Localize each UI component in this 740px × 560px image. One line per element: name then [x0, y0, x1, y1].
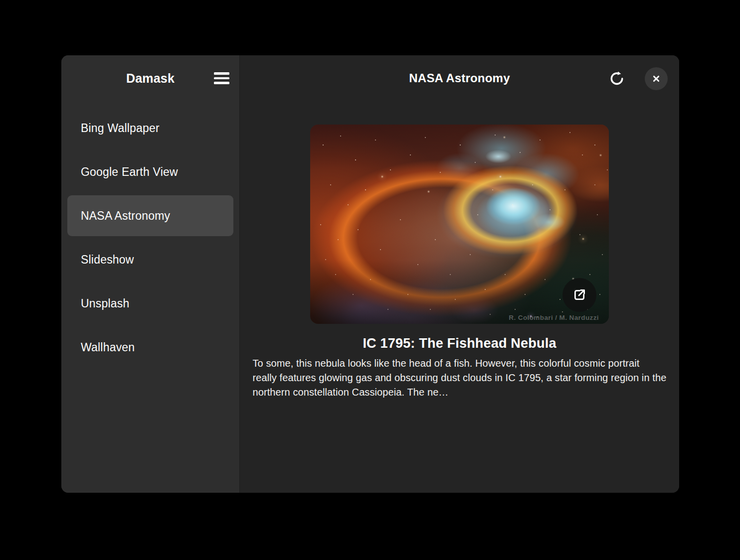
- menu-button[interactable]: [210, 67, 232, 89]
- open-external-button[interactable]: [562, 278, 596, 312]
- sidebar: Damask Bing Wallpaper Google Earth View …: [61, 55, 240, 493]
- refresh-button[interactable]: [606, 67, 628, 89]
- header-bar: NASA Astronomy: [240, 55, 679, 101]
- bright-stars: [310, 125, 312, 126]
- external-link-icon: [571, 287, 587, 303]
- sidebar-item-wallhaven[interactable]: Wallhaven: [67, 327, 233, 368]
- wallpaper-preview: R. Colombari / M. Narduzzi: [310, 125, 609, 324]
- damask-window: Damask Bing Wallpaper Google Earth View …: [61, 55, 679, 493]
- hamburger-icon: [214, 72, 229, 84]
- app-title: Damask: [126, 71, 175, 86]
- image-description: To some, this nebula looks like the head…: [253, 356, 667, 400]
- sidebar-nav: Bing Wallpaper Google Earth View NASA As…: [61, 101, 239, 368]
- sidebar-item-google-earth-view[interactable]: Google Earth View: [67, 151, 233, 192]
- sidebar-item-unsplash[interactable]: Unsplash: [67, 283, 233, 324]
- close-icon: [651, 73, 662, 84]
- image-title: IC 1795: The Fishhead Nebula: [363, 336, 556, 351]
- sidebar-item-slideshow[interactable]: Slideshow: [67, 239, 233, 280]
- main-panel: NASA Astronomy: [240, 55, 679, 493]
- sidebar-item-nasa-astronomy[interactable]: NASA Astronomy: [67, 195, 233, 236]
- refresh-icon: [608, 70, 625, 87]
- image-credit: R. Colombari / M. Narduzzi: [509, 314, 599, 321]
- sidebar-item-bing-wallpaper[interactable]: Bing Wallpaper: [67, 108, 233, 148]
- desktop-background: Damask Bing Wallpaper Google Earth View …: [0, 0, 740, 560]
- close-button[interactable]: [645, 67, 668, 90]
- sidebar-header: Damask: [61, 55, 239, 101]
- starfield: [310, 125, 311, 126]
- content-area: R. Colombari / M. Narduzzi IC 1795: The …: [240, 101, 679, 493]
- page-title: NASA Astronomy: [409, 71, 510, 85]
